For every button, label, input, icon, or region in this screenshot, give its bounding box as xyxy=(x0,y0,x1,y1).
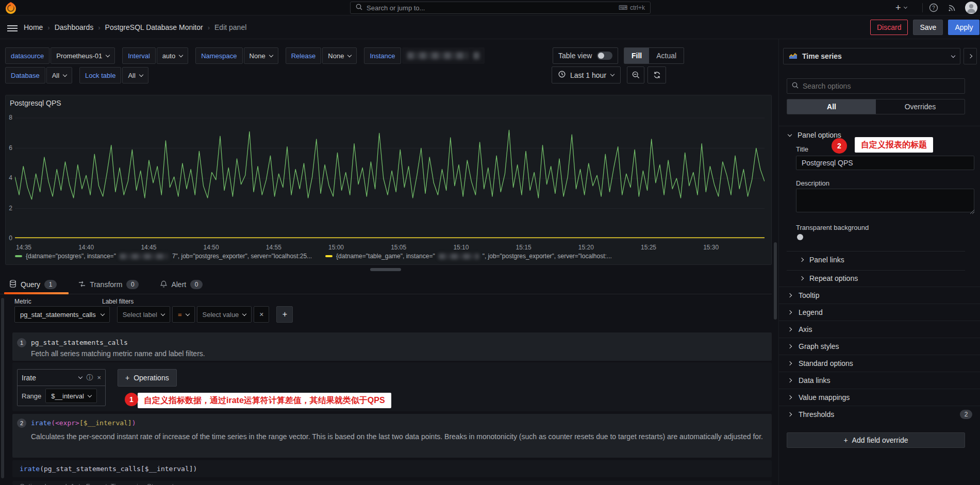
option-sections: Tooltip Legend Axis Graph styles Standar… xyxy=(779,287,980,423)
label-filter-value-select[interactable]: Select value xyxy=(197,306,252,323)
collapse-sidebar-button[interactable] xyxy=(964,48,977,64)
chevron-right-icon xyxy=(788,344,792,348)
news-icon[interactable] xyxy=(948,3,957,14)
chevron-down-icon xyxy=(951,53,955,57)
active-tab-underline xyxy=(4,292,69,294)
operation-name[interactable]: Irate xyxy=(22,374,36,382)
section-graph-styles[interactable]: Graph styles xyxy=(779,338,980,355)
operations-row: Irate ⓘ × Range $__interval +Operations … xyxy=(12,362,772,411)
tab-query[interactable]: Query 1 xyxy=(9,280,57,289)
time-range-picker[interactable]: Last 1 hour xyxy=(552,66,621,83)
fill-button[interactable]: Fill xyxy=(624,48,649,63)
tab-overrides[interactable]: Overrides xyxy=(876,99,965,114)
breadcrumb-separator: › xyxy=(208,24,210,31)
x-tick-label: 14:40 xyxy=(74,244,98,251)
variable-value-interval[interactable]: auto xyxy=(157,47,188,64)
variable-value-database[interactable]: All xyxy=(46,67,72,83)
transform-icon xyxy=(78,280,86,289)
variable-lock-table: Lock table All xyxy=(79,67,148,83)
options-search-input[interactable] xyxy=(803,82,960,90)
table-view-switch[interactable] xyxy=(597,52,612,60)
apply-button[interactable]: Apply xyxy=(948,20,979,35)
x-tick-label: 15:10 xyxy=(449,244,473,251)
label-filter-operator-select[interactable]: = xyxy=(172,306,195,323)
options-search[interactable] xyxy=(787,78,965,94)
search-input[interactable] xyxy=(367,4,614,12)
section-data-links[interactable]: Data links xyxy=(779,372,980,389)
annotation-2-badge: 2 xyxy=(832,138,847,154)
operation-params: Range $__interval xyxy=(18,386,105,406)
explain-step-2: 2 irate(<expr>[$__interval]) Calculates … xyxy=(12,414,772,458)
panel-actions: Discard Save Apply xyxy=(870,20,980,35)
variable-label-namespace: Namespace xyxy=(195,47,242,64)
actual-button[interactable]: Actual xyxy=(649,48,684,63)
legend-item-table-game[interactable]: {datname="table_game", instance=" ", job… xyxy=(325,253,612,260)
breadcrumb-item-dashboard-name[interactable]: PostgreSQL Database Monitor xyxy=(105,23,203,31)
metric-select[interactable]: pg_stat_statements_calls xyxy=(14,306,110,323)
chevron-right-icon xyxy=(788,327,792,331)
title-input[interactable] xyxy=(796,156,974,170)
y-tick-label: 2 xyxy=(6,205,12,212)
variable-value-instance-redacted[interactable] xyxy=(402,47,485,64)
section-legend[interactable]: Legend xyxy=(779,304,980,321)
time-series-icon xyxy=(789,52,798,61)
query-scrollbar[interactable] xyxy=(1,298,4,478)
database-icon xyxy=(9,280,16,289)
redacted-value xyxy=(473,52,479,59)
main-scrollbar-thumb[interactable] xyxy=(774,242,777,320)
add-menu-button[interactable]: + xyxy=(895,0,907,15)
zoom-out-button[interactable] xyxy=(627,66,644,83)
add-filter-button[interactable]: + xyxy=(276,306,293,323)
info-icon[interactable]: ⓘ xyxy=(86,373,93,382)
annotation-1-label: 自定义指标数据，通过irate运算符计算差值，其结果就类似于QPS xyxy=(138,393,391,408)
section-value-mappings[interactable]: Value mappings xyxy=(779,389,980,406)
chevron-down-icon[interactable] xyxy=(78,375,82,379)
resize-grip-icon[interactable] xyxy=(970,208,974,215)
help-icon[interactable]: ? xyxy=(929,3,938,14)
bell-icon xyxy=(160,280,167,289)
add-field-override-button[interactable]: +Add field override xyxy=(787,432,965,448)
tab-alert[interactable]: Alert 0 xyxy=(160,280,203,289)
variable-value-datasource[interactable]: Prometheus-01 xyxy=(51,47,115,64)
menu-icon[interactable] xyxy=(7,24,18,33)
refresh-button[interactable] xyxy=(647,66,666,83)
grafana-logo[interactable] xyxy=(5,2,16,15)
tabbar-border xyxy=(0,294,772,294)
remove-operation-icon[interactable]: × xyxy=(97,374,101,381)
add-operations-button[interactable]: +Operations xyxy=(118,369,177,387)
table-view-toggle[interactable]: Table view xyxy=(553,47,618,64)
legend-item-postgres[interactable]: {datname="postgres", instance=" 7", job=… xyxy=(15,253,312,260)
label-filter-key-select[interactable]: Select label xyxy=(117,306,170,323)
section-tooltip[interactable]: Tooltip xyxy=(779,287,980,304)
section-panel-options[interactable]: Panel options xyxy=(788,131,841,139)
variable-value-release[interactable]: None xyxy=(322,47,357,64)
section-thresholds[interactable]: Thresholds 2 xyxy=(779,406,980,423)
redacted-value xyxy=(407,52,469,59)
breadcrumb-item-dashboards[interactable]: Dashboards xyxy=(55,23,94,31)
variable-value-lock-table[interactable]: All xyxy=(122,67,148,83)
discard-button[interactable]: Discard xyxy=(870,20,908,35)
step-1-code: pg_stat_statements_calls xyxy=(31,339,128,346)
avatar[interactable] xyxy=(965,2,977,14)
save-button[interactable]: Save xyxy=(913,20,943,35)
section-panel-links[interactable]: Panel links xyxy=(800,256,844,264)
tab-all[interactable]: All xyxy=(787,99,876,114)
keyboard-icon: ⌨ xyxy=(619,4,627,11)
tab-transform[interactable]: Transform 0 xyxy=(78,280,139,289)
visualization-select[interactable]: Time series xyxy=(783,48,960,64)
variable-instance: Instance xyxy=(364,47,484,64)
section-axis[interactable]: Axis xyxy=(779,321,980,338)
global-search[interactable]: ⌨ ctrl+k xyxy=(350,2,651,14)
section-repeat-options[interactable]: Repeat options xyxy=(800,274,858,282)
section-standard-options[interactable]: Standard options xyxy=(779,355,980,372)
remove-filter-button[interactable]: × xyxy=(254,306,269,323)
x-tick-label: 14:50 xyxy=(199,244,224,251)
variable-datasource: datasource Prometheus-01 xyxy=(5,47,115,64)
variable-value-namespace[interactable]: None xyxy=(244,47,278,64)
chart-canvas[interactable] xyxy=(15,106,765,241)
resize-drag-handle[interactable] xyxy=(370,268,401,271)
breadcrumb-item-home[interactable]: Home xyxy=(24,23,43,31)
description-textarea[interactable] xyxy=(796,189,974,212)
chevron-right-icon xyxy=(788,412,792,416)
range-select[interactable]: $__interval xyxy=(45,389,97,403)
